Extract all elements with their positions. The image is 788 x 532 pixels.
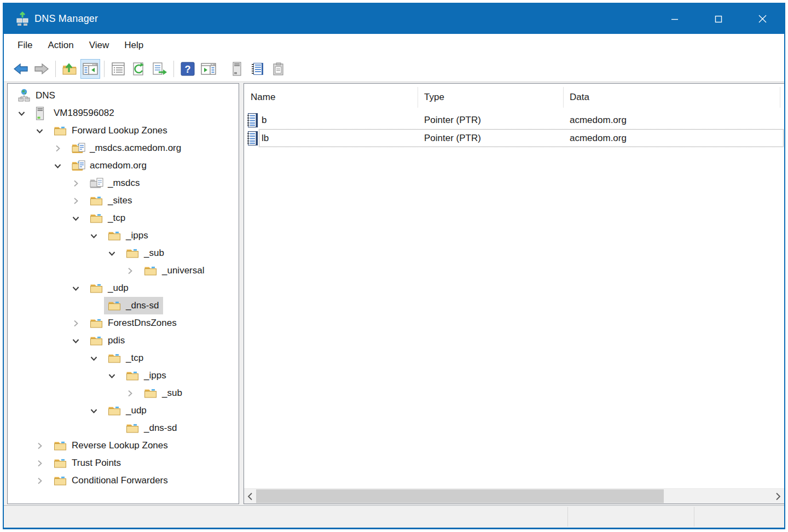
tree-item-tcp[interactable]: _tcp — [8, 209, 239, 227]
record-row-b[interactable]: bPointer (PTR)acmedom.org — [244, 111, 784, 129]
tree-item-acmedom-org[interactable]: acmedom.org — [8, 157, 239, 174]
window-controls — [653, 4, 784, 34]
tree-indent — [17, 271, 125, 271]
record-type: Pointer (PTR) — [418, 133, 564, 144]
clipboard-toolbar-button[interactable] — [269, 59, 288, 79]
zone-icon — [72, 142, 86, 155]
record-type: Pointer (PTR) — [418, 115, 564, 126]
scrollbar-track[interactable] — [256, 489, 772, 504]
tree-item-ipps[interactable]: _ipps — [8, 367, 239, 384]
tree-item-sites[interactable]: _sites — [8, 192, 239, 209]
tree-node-content[interactable]: _sub — [140, 384, 187, 402]
server-toolbar-button[interactable] — [227, 59, 247, 79]
tree-node-content[interactable]: Forward Lookup Zones — [50, 122, 172, 139]
tree-node-content[interactable]: _tcp — [104, 349, 148, 367]
tree-indent — [17, 393, 125, 394]
tree-node-content[interactable]: _ipps — [122, 367, 171, 384]
tree-node-content[interactable]: _dns-sd — [104, 297, 163, 314]
title-bar[interactable]: DNS Manager — [4, 4, 784, 34]
tree-item-label: Reverse Lookup Zones — [72, 439, 168, 452]
minimize-button[interactable] — [653, 4, 697, 34]
close-button[interactable] — [740, 4, 784, 34]
menu-file[interactable]: File — [10, 34, 40, 56]
tree-item-dns-sd[interactable]: _dns-sd — [8, 297, 239, 314]
tree-item-universal[interactable]: _universal — [8, 262, 239, 279]
tree-item-label: _universal — [162, 264, 205, 277]
tree-item-dns[interactable]: DNS — [8, 87, 239, 104]
menu-view[interactable]: View — [82, 34, 117, 56]
tree-node-content[interactable]: _udp — [86, 279, 133, 297]
tree-item-trust-points[interactable]: Trust Points — [8, 454, 239, 472]
tree-node-content[interactable]: Conditional Forwarders — [50, 472, 172, 489]
show-action-pane-button[interactable] — [199, 59, 218, 79]
column-header-name[interactable]: Name — [244, 87, 418, 108]
forward-button[interactable] — [32, 59, 51, 79]
tree-node-content[interactable]: pdis — [86, 332, 129, 349]
scroll-right-button[interactable] — [772, 489, 784, 504]
tree-indent — [17, 131, 35, 131]
tree-node-content[interactable]: DNS — [14, 87, 60, 104]
export-list-button[interactable] — [150, 59, 170, 79]
tree-node-content[interactable]: Reverse Lookup Zones — [50, 437, 172, 454]
tree-item-vm189596082[interactable]: VM189596082 — [8, 104, 239, 122]
tree-item-label: _msdcs.acmedom.org — [90, 142, 181, 155]
refresh-button[interactable] — [129, 59, 149, 79]
tree-node-content[interactable]: ForestDnsZones — [86, 314, 181, 332]
tree-node-content[interactable]: _universal — [140, 262, 209, 279]
tree-item-sub[interactable]: _sub — [8, 244, 239, 262]
tree-item-msdcs-acmedom-org[interactable]: _msdcs.acmedom.org — [8, 139, 239, 157]
scroll-left-button[interactable] — [244, 489, 256, 504]
tree-item-ipps[interactable]: _ipps — [8, 227, 239, 244]
panel-splitter[interactable] — [239, 83, 244, 504]
tree-item-udp[interactable]: _udp — [8, 402, 239, 419]
status-bar — [4, 505, 784, 528]
tree-node-content[interactable]: _sites — [86, 192, 136, 209]
horizontal-scrollbar[interactable] — [244, 488, 784, 504]
svg-text:?: ? — [185, 64, 191, 75]
tree-item-msdcs[interactable]: _msdcs — [8, 174, 239, 192]
menu-action[interactable]: Action — [40, 34, 81, 56]
tree-node-content[interactable]: _msdcs.acmedom.org — [68, 139, 186, 157]
tree-item-reverse-lookup-zones[interactable]: Reverse Lookup Zones — [8, 437, 239, 454]
tree-node-content[interactable]: _udp — [104, 402, 151, 419]
tree-node-content[interactable]: _sub — [122, 244, 169, 262]
tree-item-dns-sd[interactable]: _dns-sd — [8, 419, 239, 437]
tree-item-label: _tcp — [108, 212, 125, 225]
scrollbar-thumb[interactable] — [256, 489, 664, 503]
tree-node-content[interactable]: Trust Points — [50, 454, 125, 472]
folder-icon — [54, 474, 68, 487]
maximize-button[interactable] — [697, 4, 740, 34]
tree-item-forward-lookup-zones[interactable]: Forward Lookup Zones — [8, 122, 239, 139]
status-section-2 — [694, 506, 784, 528]
record-icon — [244, 131, 262, 146]
column-header-data[interactable]: Data — [564, 87, 780, 108]
record-row-lb[interactable]: lbPointer (PTR)acmedom.org — [244, 129, 784, 147]
tree-node-content[interactable]: _dns-sd — [122, 419, 181, 437]
tree-item-label: _tcp — [126, 352, 143, 365]
tree-item-forestdnszones[interactable]: ForestDnsZones — [8, 314, 239, 332]
column-header-type[interactable]: Type — [418, 87, 564, 108]
tree-item-conditional-forwarders[interactable]: Conditional Forwarders — [8, 472, 239, 489]
toolbar: ? — [4, 56, 784, 82]
tree-item-sub[interactable]: _sub — [8, 384, 239, 402]
tree-node-content[interactable]: _msdcs — [86, 174, 144, 192]
tree-item-pdis[interactable]: pdis — [8, 332, 239, 349]
show-console-tree-button[interactable] — [80, 59, 100, 79]
up-one-level-button[interactable] — [60, 59, 79, 79]
tree-item-label: _udp — [108, 282, 129, 295]
tree-item-udp[interactable]: _udp — [8, 279, 239, 297]
help-button[interactable]: ? — [178, 59, 198, 79]
properties-button[interactable] — [108, 59, 128, 79]
tree-indent — [17, 166, 53, 166]
record-list-toolbar-button[interactable] — [248, 59, 268, 79]
tree-indent — [17, 323, 71, 324]
tree-item-tcp[interactable]: _tcp — [8, 349, 239, 367]
back-button[interactable] — [11, 59, 31, 79]
folder-icon — [90, 317, 104, 330]
tree-node-content[interactable]: VM189596082 — [32, 104, 119, 122]
menu-help[interactable]: Help — [117, 34, 151, 56]
folder-icon — [126, 422, 140, 435]
tree-node-content[interactable]: _tcp — [86, 209, 130, 227]
tree-node-content[interactable]: acmedom.org — [68, 157, 151, 174]
tree-node-content[interactable]: _ipps — [104, 227, 153, 244]
